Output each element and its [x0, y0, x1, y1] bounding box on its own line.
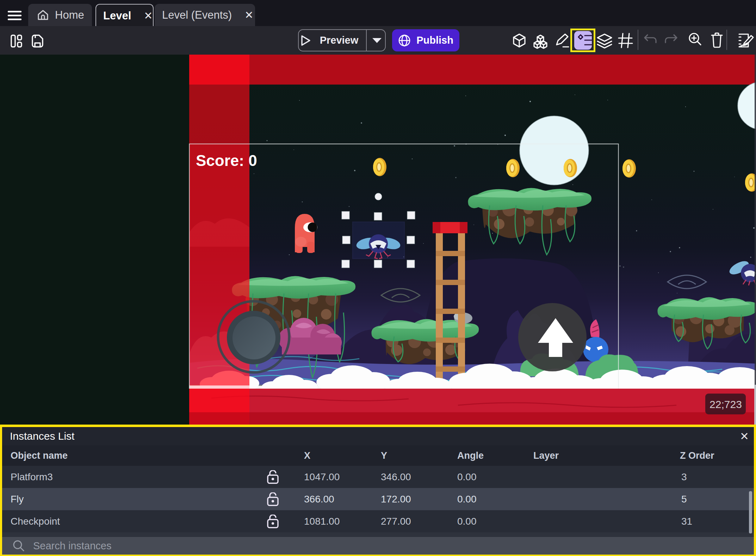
svg-text:22;723: 22;723 — [709, 399, 742, 410]
svg-text:Score: 0: Score: 0 — [196, 152, 257, 169]
